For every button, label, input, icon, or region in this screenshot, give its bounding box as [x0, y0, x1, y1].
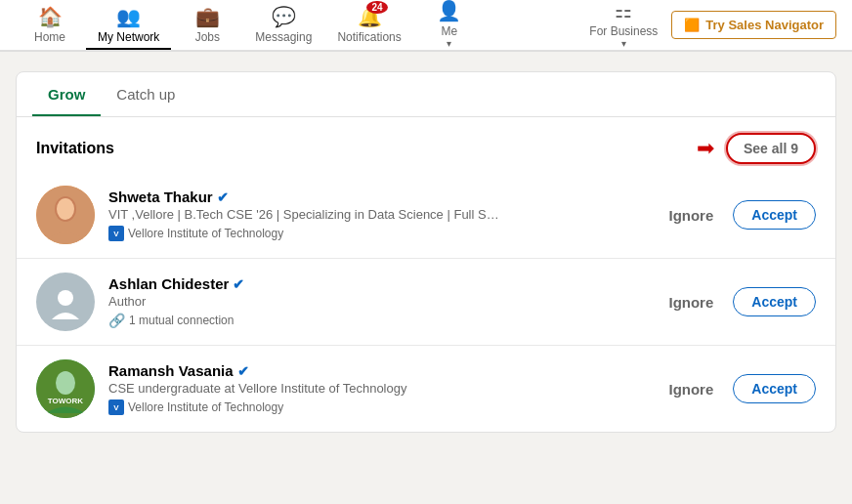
invitation-item-ashlan-chidester: Ashlan Chidester ✔ Author 🔗 1 mutual con… — [17, 259, 835, 346]
nav-left-items: 🏠 Home 👥 My Network 💼 Jobs 💬 Messaging — [16, 0, 484, 55]
try-sales-navigator-button[interactable]: 🟧 Try Sales Navigator — [671, 11, 836, 39]
invite-mutual-ashlan: 1 mutual connection — [129, 314, 234, 327]
invitation-item-ramansh-vasania: TOWORK Ramansh Vasania ✔ CSE undergradua… — [17, 346, 835, 432]
nav-label-notifications: Notifications — [337, 30, 401, 44]
nav-right-items: ⚏ For Business ▾ 🟧 Try Sales Navigator — [579, 0, 836, 55]
nav-item-jobs[interactable]: 💼 Jobs — [173, 1, 241, 50]
nav-item-messaging[interactable]: 💬 Messaging — [243, 1, 323, 50]
avatar-ashlan-chidester — [36, 273, 95, 331]
accept-button-shweta[interactable]: Accept — [733, 200, 816, 230]
invite-name-ashlan: Ashlan Chidester ✔ — [108, 275, 647, 292]
tabs-bar: Grow Catch up — [17, 72, 835, 117]
try-sales-nav-label: Try Sales Navigator — [705, 18, 824, 32]
invite-meta-ramansh: V Vellore Institute of Technology — [108, 399, 647, 415]
invite-info-ashlan: Ashlan Chidester ✔ Author 🔗 1 mutual con… — [108, 275, 647, 328]
for-business-icon: ⚏ — [615, 0, 632, 22]
see-all-button[interactable]: See all 9 — [726, 133, 816, 164]
verified-icon-ashlan: ✔ — [233, 276, 244, 292]
accept-button-ashlan[interactable]: Accept — [733, 287, 816, 316]
invite-headline-ashlan: Author — [108, 294, 499, 309]
notification-badge: 24 — [366, 1, 387, 14]
nav-label-home: Home — [34, 30, 65, 44]
me-chevron-icon: ▾ — [447, 38, 451, 49]
avatar-shweta-thakur — [36, 186, 95, 244]
verified-icon-ramansh: ✔ — [237, 363, 249, 379]
mutual-connections-icon-ashlan: 🔗 — [108, 313, 125, 328]
invitation-item-shweta-thakur: Shweta Thakur ✔ VIT ,Vellore | B.Tech CS… — [17, 172, 835, 259]
invite-info-shweta: Shweta Thakur ✔ VIT ,Vellore | B.Tech CS… — [108, 189, 647, 241]
svg-text:TOWORK: TOWORK — [48, 397, 84, 405]
svg-point-2 — [57, 198, 74, 220]
invite-info-ramansh: Ramansh Vasania ✔ CSE undergraduate at V… — [108, 362, 647, 415]
for-business-chevron-icon: ▾ — [621, 38, 626, 49]
nav-item-me[interactable]: 👤 Me ▾ — [415, 0, 484, 55]
verified-icon-shweta: ✔ — [217, 189, 229, 205]
invite-meta-shweta: V Vellore Institute of Technology — [108, 226, 647, 241]
main-content: Grow Catch up Invitations ➡ See all 9 — [0, 52, 852, 452]
invite-actions-ramansh: Ignore Accept — [660, 374, 816, 403]
invitations-title: Invitations — [36, 140, 114, 157]
invite-actions-ashlan: Ignore Accept — [660, 287, 816, 316]
invite-school-shweta: Vellore Institute of Technology — [128, 227, 283, 240]
see-all-container: ➡ See all 9 — [697, 133, 816, 164]
invite-meta-ashlan: 🔗 1 mutual connection — [108, 313, 647, 328]
nav-item-home[interactable]: 🏠 Home — [16, 1, 84, 50]
invite-school-ramansh: Vellore Institute of Technology — [128, 400, 283, 414]
school-logo-ramansh: V — [108, 399, 124, 415]
ignore-button-shweta[interactable]: Ignore — [660, 201, 721, 230]
ignore-button-ramansh[interactable]: Ignore — [660, 375, 721, 403]
navigation-bar: 🏠 Home 👥 My Network 💼 Jobs 💬 Messaging — [0, 0, 852, 51]
invite-name-ramansh: Ramansh Vasania ✔ — [108, 362, 647, 379]
tab-grow[interactable]: Grow — [32, 72, 101, 116]
tab-catch-up[interactable]: Catch up — [101, 72, 191, 116]
nav-item-for-business[interactable]: ⚏ For Business ▾ — [579, 0, 667, 55]
nav-item-notifications[interactable]: 🔔 24 Notifications — [325, 1, 412, 50]
invitations-header: Invitations ➡ See all 9 — [17, 117, 835, 172]
notifications-icon: 🔔 24 — [358, 5, 382, 28]
accept-button-ramansh[interactable]: Accept — [733, 374, 816, 403]
nav-label-jobs: Jobs — [195, 30, 220, 44]
home-icon: 🏠 — [38, 5, 63, 28]
network-card: Grow Catch up Invitations ➡ See all 9 — [16, 71, 836, 433]
nav-item-my-network[interactable]: 👥 My Network — [86, 1, 171, 50]
messaging-icon: 💬 — [272, 5, 296, 28]
svg-point-5 — [56, 371, 75, 395]
jobs-icon: 💼 — [195, 5, 220, 28]
invite-headline-shweta: VIT ,Vellore | B.Tech CSE '26 | Speciali… — [108, 207, 499, 222]
invite-headline-ramansh: CSE undergraduate at Vellore Institute o… — [108, 381, 499, 396]
my-network-icon: 👥 — [116, 5, 141, 28]
try-sales-nav-icon: 🟧 — [684, 18, 700, 32]
invite-actions-shweta: Ignore Accept — [660, 200, 816, 230]
ignore-button-ashlan[interactable]: Ignore — [660, 288, 721, 316]
nav-label-messaging: Messaging — [255, 30, 312, 44]
school-logo-shweta: V — [108, 226, 124, 241]
nav-label-me: Me — [441, 24, 457, 38]
avatar-ramansh-vasania: TOWORK — [36, 359, 95, 418]
nav-label-for-business: For Business — [589, 24, 658, 38]
invite-name-shweta: Shweta Thakur ✔ — [108, 189, 647, 205]
svg-point-3 — [58, 290, 73, 306]
nav-label-my-network: My Network — [98, 30, 159, 44]
me-icon: 👤 — [437, 0, 461, 22]
arrow-indicator-icon: ➡ — [697, 136, 714, 161]
